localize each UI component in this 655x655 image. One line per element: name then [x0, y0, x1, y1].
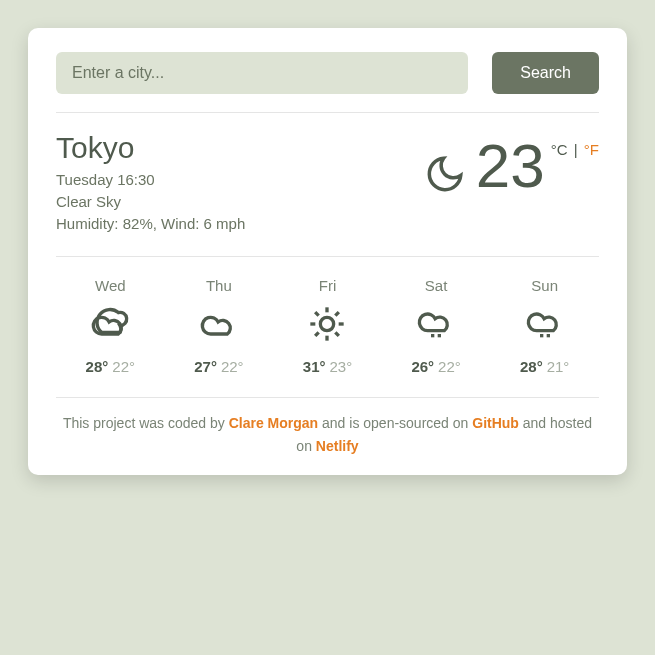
- humidity-value: 82%: [123, 215, 153, 232]
- unit-fahrenheit[interactable]: °F: [584, 141, 599, 158]
- current-weather: Tokyo Tuesday 16:30 Clear Sky Humidity: …: [56, 113, 599, 257]
- search-row: Search: [56, 52, 599, 113]
- forecast-temps: 26°22°: [411, 358, 460, 375]
- svg-line-7: [316, 333, 320, 337]
- forecast-day-name: Sat: [411, 277, 460, 294]
- weather-card: Search Tokyo Tuesday 16:30 Clear Sky Hum…: [28, 28, 627, 475]
- unit-separator: |: [568, 141, 584, 158]
- unit-celsius[interactable]: °C: [551, 141, 568, 158]
- forecast-day-name: Wed: [86, 277, 135, 294]
- forecast-day: Fri 31°23°: [303, 277, 352, 375]
- svg-point-0: [321, 318, 334, 331]
- forecast-temps: 28°21°: [520, 358, 569, 375]
- footer: This project was coded by Clare Morgan a…: [56, 398, 599, 457]
- netlify-link[interactable]: Netlify: [316, 438, 359, 454]
- forecast-day-name: Thu: [194, 277, 243, 294]
- svg-line-5: [316, 312, 320, 316]
- forecast-day: Sun 28°21°: [520, 277, 569, 375]
- current-stats: Humidity: 82%, Wind: 6 mph: [56, 213, 245, 235]
- svg-line-6: [336, 333, 340, 337]
- search-button[interactable]: Search: [492, 52, 599, 94]
- forecast-day-name: Fri: [303, 277, 352, 294]
- unit-toggle: °C | °F: [549, 135, 599, 158]
- cloud-icon: [199, 304, 239, 344]
- forecast-day-name: Sun: [520, 277, 569, 294]
- forecast-lo: 23°: [329, 358, 352, 375]
- author-link[interactable]: Clare Morgan: [229, 415, 318, 431]
- forecast-temps: 28°22°: [86, 358, 135, 375]
- forecast-lo: 21°: [547, 358, 570, 375]
- forecast-hi: 28°: [86, 358, 109, 375]
- footer-text: This project was coded by: [63, 415, 229, 431]
- current-temp: 23: [476, 135, 545, 197]
- rain-icon: [525, 304, 565, 344]
- forecast-day: Thu 27°22°: [194, 277, 243, 375]
- humidity-label: Humidity: [56, 215, 114, 232]
- current-datetime: Tuesday 16:30: [56, 169, 245, 191]
- moon-icon: [424, 153, 466, 195]
- current-temp-block: 23 °C | °F: [424, 131, 599, 234]
- forecast-hi: 28°: [520, 358, 543, 375]
- forecast-hi: 31°: [303, 358, 326, 375]
- svg-line-8: [336, 312, 340, 316]
- forecast-row: Wed 28°22° Thu 27°22° Fri 31°23° Sat: [56, 257, 599, 398]
- wind-value: 6 mph: [204, 215, 246, 232]
- sun-icon: [307, 304, 347, 344]
- rain-icon: [416, 304, 456, 344]
- forecast-hi: 27°: [194, 358, 217, 375]
- search-input[interactable]: [56, 52, 468, 94]
- forecast-day: Wed 28°22°: [86, 277, 135, 375]
- city-name: Tokyo: [56, 131, 245, 165]
- wind-label: Wind: [161, 215, 195, 232]
- github-link[interactable]: GitHub: [472, 415, 519, 431]
- current-details: Tokyo Tuesday 16:30 Clear Sky Humidity: …: [56, 131, 245, 234]
- forecast-hi: 26°: [411, 358, 434, 375]
- cloud-icon: [90, 304, 130, 344]
- forecast-day: Sat 26°22°: [411, 277, 460, 375]
- forecast-temps: 27°22°: [194, 358, 243, 375]
- forecast-lo: 22°: [221, 358, 244, 375]
- current-condition: Clear Sky: [56, 191, 245, 213]
- footer-text: and is open-sourced on: [318, 415, 472, 431]
- forecast-lo: 22°: [438, 358, 461, 375]
- forecast-lo: 22°: [112, 358, 135, 375]
- forecast-temps: 31°23°: [303, 358, 352, 375]
